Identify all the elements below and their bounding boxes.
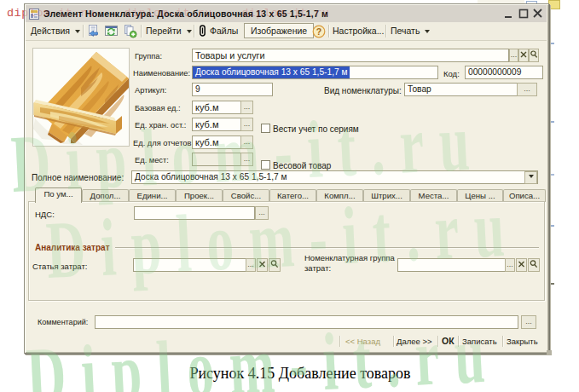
svg-text:?: ? (316, 26, 321, 37)
